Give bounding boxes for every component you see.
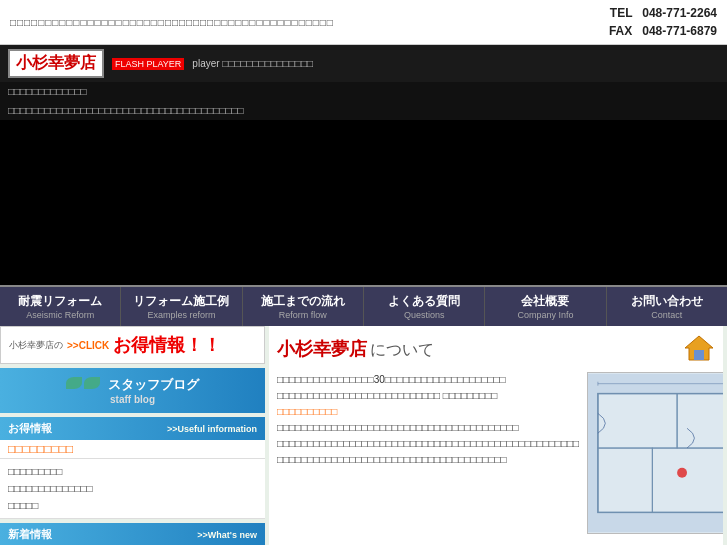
blueprint-svg: NE303-A 3851.4 Anprox. 1885 Sq. F <box>588 373 723 533</box>
main-title-row: 小杉幸夢店 について <box>277 334 715 364</box>
main-body: □□□□□□□□□□□□□□□□30□□□□□□□□□□□□□□□□□□□□ □… <box>277 372 715 534</box>
nav-item-flow[interactable]: 施工までの流れ Reform flow <box>243 287 364 326</box>
main-content: 小杉幸夢店 について □□□□□□□□□□□□□□□□30□□□□□□□□□□□… <box>269 326 723 545</box>
header-contact: TEL 048-771-2264 FAX 048-771-6879 <box>609 4 717 40</box>
main-para-1: □□□□□□□□□□□□□□□□30□□□□□□□□□□□□□□□□□□□□ <box>277 372 579 388</box>
blog-sub-title: staff blog <box>8 394 257 405</box>
main-text-area: □□□□□□□□□□□□□□□□30□□□□□□□□□□□□□□□□□□□□ □… <box>277 372 579 534</box>
nav-item-company[interactable]: 会社概要 Company Info <box>485 287 606 326</box>
list-item-1: □□□□□□□□□ <box>8 463 257 480</box>
otoku-shop-label: 小杉幸夢店の <box>9 339 63 352</box>
otoku-click-label: >>CLICK <box>67 340 109 351</box>
tel-label: TEL <box>610 6 632 20</box>
house-icon <box>683 334 715 362</box>
tel-number: 048-771-2264 <box>642 6 717 20</box>
otoku-title: お得情報！！ <box>113 333 221 357</box>
blog-title: スタッフブログ <box>108 377 199 392</box>
leaf-icon-1 <box>66 377 82 389</box>
shinnchaku-title: 新着情報 <box>8 527 52 542</box>
tel-line: TEL 048-771-2264 <box>609 4 717 22</box>
useful-info-banner[interactable]: お得情報 >>Useful information <box>0 417 265 440</box>
main-logo: 小杉幸夢店 <box>277 339 367 359</box>
main-para-5: □□□□□□□□□□□□□□□□□□□□□□□□□□□□□□□□□□□□□□ <box>277 452 579 468</box>
hero-text-1: □□□□□□□□□□□□□ <box>0 82 727 101</box>
main-para-3: □□□□□□□□□□ □□□□□□□□□□□□□□□□□□□□□□□□□□□□□… <box>277 404 579 436</box>
header: □□□□□□□□□□□□□□□□□□□□□□□□□□□□□□□□□□□□□□□□… <box>0 0 727 45</box>
house-icon-container <box>683 334 715 364</box>
hero-main-area <box>0 120 727 285</box>
content-area: 小杉幸夢店の >>CLICK お得情報！！ スタッフブログ staff blog… <box>0 326 727 545</box>
main-blueprint-image: NE303-A 3851.4 Anprox. 1885 Sq. F <box>587 372 723 534</box>
useful-link: >>Useful information <box>167 424 257 434</box>
list-item-2: □□□□□□□□□□□□□□ <box>8 480 257 497</box>
leaf-icon-2 <box>84 377 100 389</box>
flash-icon: FLASH PLAYER <box>112 58 184 70</box>
nav-item-contact[interactable]: お問い合わせ Contact <box>607 287 727 326</box>
fax-line: FAX 048-771-6879 <box>609 22 717 40</box>
svg-rect-3 <box>598 394 723 513</box>
company-logo: 小杉幸夢店 <box>8 49 104 78</box>
shinnchaku-banner[interactable]: 新着情報 >>What's new <box>0 523 265 545</box>
sidebar-orange-label: □□□□□□□□□ <box>0 440 265 459</box>
main-about-label: について <box>370 341 434 358</box>
main-logo-area: 小杉幸夢店 について <box>277 337 434 361</box>
main-para-3-text: □□□□□□□□□□□□□□□□□□□□□□□□□□□□□□□□□□□□□□□□ <box>277 422 519 433</box>
sidebar: 小杉幸夢店の >>CLICK お得情報！！ スタッフブログ staff blog… <box>0 326 265 545</box>
list-item-3: □□□□□ <box>8 497 257 514</box>
main-highlight: □□□□□□□□□□ <box>277 406 337 417</box>
shinnchaku-link: >>What's new <box>197 530 257 540</box>
fax-label: FAX <box>609 24 632 38</box>
svg-rect-1 <box>694 350 704 360</box>
hero-text-2: □□□□□□□□□□□□□□□□□□□□□□□□□□□□□□□□□□□□□□□ <box>0 101 727 120</box>
main-para-2: □□□□□□□□□□□□□□□□□□□□□□□□□□□ □□□□□□□□□ <box>277 388 579 404</box>
header-url: □□□□□□□□□□□□□□□□□□□□□□□□□□□□□□□□□□□□□□□□… <box>10 17 334 28</box>
flash-notice: player □□□□□□□□□□□□□□□ <box>192 58 313 69</box>
staff-blog-banner[interactable]: スタッフブログ staff blog <box>0 368 265 413</box>
fax-number: 048-771-6879 <box>642 24 717 38</box>
hero-section: 小杉幸夢店 FLASH PLAYER player □□□□□□□□□□□□□□… <box>0 45 727 285</box>
otoku-header[interactable]: 小杉幸夢店の >>CLICK お得情報！！ <box>0 326 265 364</box>
nav-item-examples[interactable]: リフォーム施工例 Examples reform <box>121 287 242 326</box>
svg-point-8 <box>677 468 687 478</box>
hero-top: 小杉幸夢店 FLASH PLAYER player □□□□□□□□□□□□□□… <box>0 45 727 82</box>
main-nav: 耐震リフォーム Aseismic Reform リフォーム施工例 Example… <box>0 285 727 326</box>
blog-leaves-icon <box>66 377 100 389</box>
useful-title: お得情報 <box>8 421 52 436</box>
nav-item-aseismic[interactable]: 耐震リフォーム Aseismic Reform <box>0 287 121 326</box>
flash-label: FLASH PLAYER <box>115 59 181 69</box>
sidebar-list: □□□□□□□□□ □□□□□□□□□□□□□□ □□□□□ <box>0 459 265 519</box>
nav-item-faq[interactable]: よくある質問 Questions <box>364 287 485 326</box>
main-para-4: □□□□□□□□□□□□□□□□□□□□□□□□□□□□□□□□□□□□□□□□… <box>277 436 579 452</box>
